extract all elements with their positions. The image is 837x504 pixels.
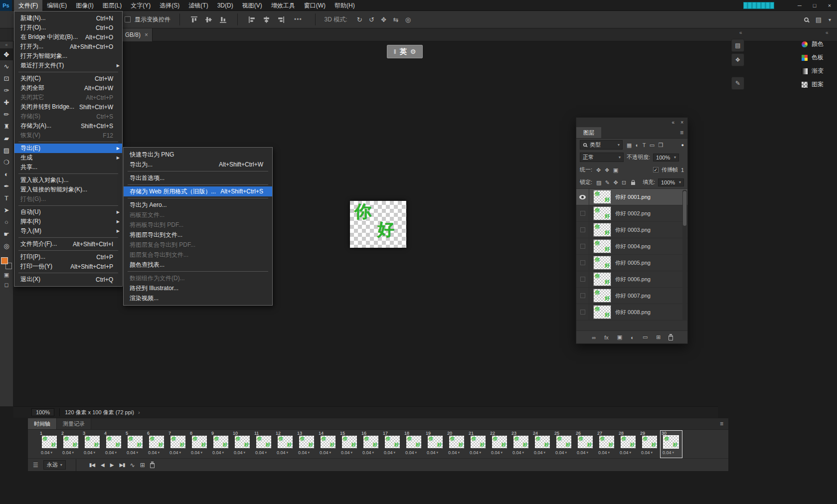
unify-style-icon[interactable]: ▣: [613, 167, 618, 173]
scrollbar-thumb[interactable]: [683, 191, 686, 226]
menubar-item[interactable]: 视图(V): [238, 0, 267, 11]
ime-grip-icon[interactable]: ‖: [394, 48, 396, 55]
menu-item[interactable]: 数据组作为文件(D)... ▶: [124, 273, 272, 283]
tab-close-icon[interactable]: ×: [145, 31, 148, 38]
frame-delay-dropdown[interactable]: 0.04▾: [577, 450, 588, 455]
new-layer-button[interactable]: ⊞: [656, 334, 661, 340]
visibility-toggle[interactable]: [576, 189, 589, 205]
eraser-tool[interactable]: ▰: [0, 132, 13, 144]
ime-bar[interactable]: ‖ 英 ⚙: [387, 45, 423, 58]
menubar-item[interactable]: 帮助(H): [330, 0, 359, 11]
panel-menu-icon[interactable]: ≡: [720, 420, 723, 427]
menu-item[interactable]: 恢复(V) F12 ▶: [14, 131, 122, 140]
frame-delay-dropdown[interactable]: 0.04▾: [512, 450, 524, 455]
menu-item[interactable]: ▶: [128, 171, 268, 171]
panel-menu-icon[interactable]: ≡: [680, 129, 683, 136]
timeline-frame[interactable]: 19 你好 0.04▾: [425, 431, 446, 458]
adjustment-layer-button[interactable]: ◐: [631, 335, 634, 340]
timeline-frame[interactable]: 13 你好 0.04▾: [296, 431, 318, 458]
menu-item[interactable]: 快速导出为 PNG ▶: [124, 150, 272, 160]
unify-position-icon[interactable]: ✥: [596, 167, 601, 173]
frame-delay-dropdown[interactable]: 0.04▾: [405, 450, 417, 455]
align-center-icon[interactable]: [263, 16, 270, 23]
lock-transparency-icon[interactable]: ▨: [596, 179, 601, 185]
menu-item[interactable]: 存储为(A)... Shift+Ctrl+S ▶: [14, 121, 122, 131]
filter-smart-icon[interactable]: ❒: [659, 142, 664, 148]
你好 0007.png[interactable]: 你好 你好 0007.png: [576, 288, 687, 304]
frame-delay-dropdown[interactable]: 0.04▾: [234, 450, 245, 455]
3d-slide-icon[interactable]: ⇆: [393, 16, 398, 23]
panel-collapse-icon[interactable]: «: [672, 120, 675, 125]
你好 0006.png[interactable]: 你好 你好 0006.png: [576, 271, 687, 288]
3d-drag-icon[interactable]: ✥: [381, 16, 386, 23]
3d-rotate-icon[interactable]: ↻: [357, 16, 362, 23]
timeline-frame[interactable]: 11 你好 0.04▾: [253, 431, 275, 458]
toolbar-collapse-icon[interactable]: «: [5, 41, 7, 48]
menu-item[interactable]: 导出为 Aero... ▶: [124, 200, 272, 210]
panel-tab-swatches[interactable]: 色板: [798, 51, 837, 64]
move-tool[interactable]: ✥: [0, 48, 13, 60]
crop-tool[interactable]: ⊡: [0, 72, 13, 84]
timeline-frame[interactable]: 9 你好 0.04▾: [210, 431, 232, 458]
menu-item[interactable]: ▶: [128, 271, 268, 272]
menu-item[interactable]: 打印(P)... Ctrl+P ▶: [14, 252, 122, 262]
timeline-frame[interactable]: 14 你好 0.04▾: [318, 431, 339, 458]
timeline-frame[interactable]: 6 你好 0.04▾: [146, 431, 167, 458]
scrollbar[interactable]: [682, 190, 687, 321]
menu-item[interactable]: 颜色查找表... ▶: [124, 260, 272, 270]
timeline-frame[interactable]: 29 你好 0.04▾: [639, 431, 661, 458]
menu-item[interactable]: ▶: [18, 250, 118, 251]
minimize-button[interactable]: ─: [792, 0, 807, 11]
menu-item[interactable]: 将图层导出到文件... ▶: [124, 230, 272, 240]
fill-dropdown[interactable]: 100% ▾: [658, 178, 684, 186]
menu-item[interactable]: 打开(O)... Ctrl+O ▶: [14, 23, 122, 32]
menu-item[interactable]: 自动(U) ▶: [14, 207, 122, 217]
你好 0001.png[interactable]: 你好 你好 0001.png: [576, 189, 687, 205]
filter-adjustment-icon[interactable]: ◐: [636, 142, 639, 148]
type-tool[interactable]: T: [0, 192, 13, 204]
menu-item[interactable]: 文件简介(F)... Alt+Shift+Ctrl+I ▶: [14, 239, 122, 249]
frame-delay-dropdown[interactable]: 0.04▾: [491, 450, 502, 455]
menu-item[interactable]: 渲染视频... ▶: [124, 293, 272, 303]
panel-close-icon[interactable]: ×: [680, 120, 683, 125]
frame-delay-dropdown[interactable]: 0.04▾: [341, 450, 352, 455]
collapsed-panel-button-3[interactable]: ✎: [731, 77, 744, 90]
menu-item[interactable]: 将图层复合导出到 PDF... ▶: [124, 240, 272, 250]
menu-item[interactable]: 导出(E) ▶: [14, 144, 122, 153]
frame-delay-dropdown[interactable]: 0.04▾: [169, 450, 181, 455]
你好 0005.png[interactable]: 你好 你好 0005.png: [576, 255, 687, 271]
menu-item[interactable]: 路径到 Illustrator... ▶: [124, 283, 272, 293]
menu-item[interactable]: 打开为智能对象... ▶: [14, 51, 122, 61]
menu-item[interactable]: ▶: [18, 237, 118, 238]
menu-item[interactable]: 存储为 Web 所用格式（旧版）... Alt+Shift+Ctrl+S ▶: [124, 186, 272, 196]
visibility-toggle[interactable]: [576, 271, 589, 288]
search-icon[interactable]: [804, 17, 809, 22]
你好 0003.png[interactable]: 你好 你好 0003.png: [576, 222, 687, 238]
menubar-item[interactable]: 窗口(W): [300, 0, 330, 11]
menu-item[interactable]: 在 Bridge 中浏览(B)... Alt+Ctrl+O ▶: [14, 32, 122, 42]
blur-tool[interactable]: ❍: [0, 156, 13, 168]
filter-pixel-icon[interactable]: ▦: [627, 142, 632, 148]
timeline-frame[interactable]: 21 你好 0.04▾: [468, 431, 489, 458]
quick-mask-button[interactable]: ▣: [0, 270, 13, 280]
menu-item[interactable]: 打包(G)... ▶: [14, 194, 122, 204]
collapsed-panel-button-2[interactable]: ❖: [731, 53, 744, 66]
tab-measure-log[interactable]: 测量记录: [57, 418, 91, 429]
zoom-level-field[interactable]: 100%: [31, 408, 54, 416]
frame-delay-dropdown[interactable]: 0.04▾: [448, 450, 460, 455]
timeline-frame[interactable]: 28 你好 0.04▾: [618, 431, 639, 458]
lock-position-icon[interactable]: ✥: [613, 179, 618, 185]
blend-mode-dropdown[interactable]: 正常 ▾: [580, 153, 624, 162]
gear-icon[interactable]: ⚙: [410, 48, 416, 55]
unify-visibility-icon[interactable]: ❖: [605, 167, 610, 173]
timeline-frame[interactable]: 25 你好 0.04▾: [553, 431, 575, 458]
menu-item[interactable]: ▶: [18, 173, 118, 174]
menu-item[interactable]: 导出首选项... ▶: [124, 173, 272, 183]
status-chevron-icon[interactable]: ›: [138, 409, 140, 415]
close-button[interactable]: ×: [822, 0, 837, 11]
timeline-frame[interactable]: 16 你好 0.04▾: [360, 431, 382, 458]
color-swatches[interactable]: [0, 257, 12, 270]
timeline-frame[interactable]: 26 你好 0.04▾: [575, 431, 596, 458]
filter-shape-icon[interactable]: ▭: [650, 142, 655, 148]
lock-pixels-icon[interactable]: ✎: [605, 179, 610, 185]
